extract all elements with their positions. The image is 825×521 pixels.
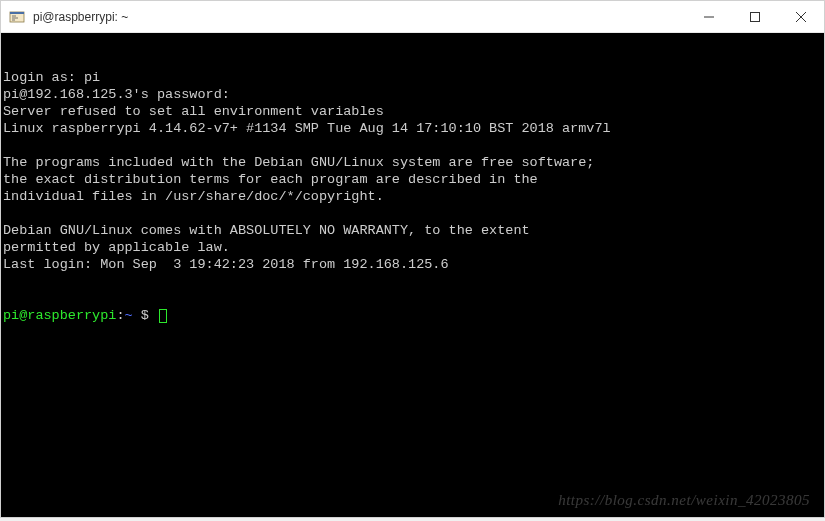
close-button[interactable] bbox=[778, 1, 824, 32]
terminal-line: Linux raspberrypi 4.14.62-v7+ #1134 SMP … bbox=[3, 120, 822, 137]
watermark-text: https://blog.csdn.net/weixin_42023805 bbox=[558, 492, 810, 509]
prompt-path: ~ bbox=[125, 308, 133, 323]
terminal-line: login as: pi bbox=[3, 69, 822, 86]
prompt-symbol: $ bbox=[133, 308, 157, 323]
window-controls bbox=[686, 1, 824, 32]
terminal-line: the exact distribution terms for each pr… bbox=[3, 171, 822, 188]
terminal-line: The programs included with the Debian GN… bbox=[3, 154, 822, 171]
terminal-line bbox=[3, 137, 822, 154]
terminal-line: pi@192.168.125.3's password: bbox=[3, 86, 822, 103]
terminal-output: login as: pipi@192.168.125.3's password:… bbox=[3, 69, 822, 273]
window-title: pi@raspberrypi: ~ bbox=[33, 10, 686, 24]
terminal-line: Debian GNU/Linux comes with ABSOLUTELY N… bbox=[3, 222, 822, 239]
terminal-line bbox=[3, 205, 822, 222]
prompt-colon: : bbox=[116, 308, 124, 323]
terminal-line: Last login: Mon Sep 3 19:42:23 2018 from… bbox=[3, 256, 822, 273]
titlebar[interactable]: pi@raspberrypi: ~ bbox=[1, 1, 824, 33]
svg-rect-1 bbox=[10, 12, 24, 14]
cursor-icon bbox=[159, 309, 167, 323]
minimize-button[interactable] bbox=[686, 1, 732, 32]
app-window: pi@raspberrypi: ~ login as: pipi@192.168… bbox=[0, 0, 825, 518]
app-icon bbox=[9, 9, 25, 25]
svg-rect-6 bbox=[751, 12, 760, 21]
terminal-line: Server refused to set all environment va… bbox=[3, 103, 822, 120]
prompt-line: pi@raspberrypi:~ $ bbox=[3, 307, 822, 324]
maximize-button[interactable] bbox=[732, 1, 778, 32]
terminal-line: individual files in /usr/share/doc/*/cop… bbox=[3, 188, 822, 205]
prompt-user-host: pi@raspberrypi bbox=[3, 308, 116, 323]
terminal-line: permitted by applicable law. bbox=[3, 239, 822, 256]
terminal-area[interactable]: login as: pipi@192.168.125.3's password:… bbox=[1, 33, 824, 517]
